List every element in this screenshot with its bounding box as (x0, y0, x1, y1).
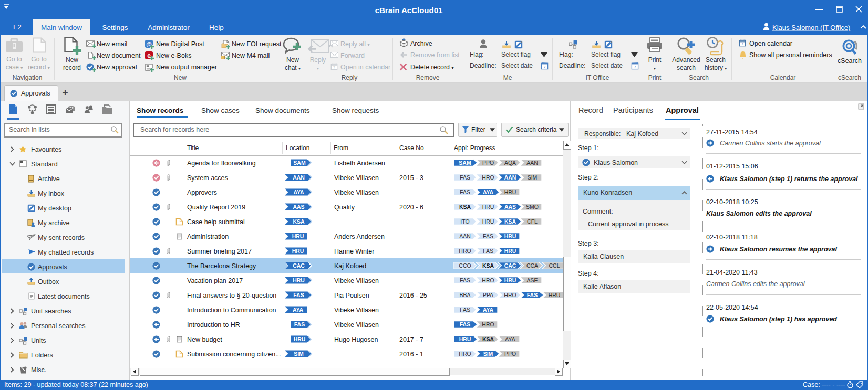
svg-text:CCA: CCA (526, 262, 538, 269)
svg-text:HRU: HRU (482, 218, 494, 225)
svg-text:AQA: AQA (504, 160, 516, 166)
svg-text:SMO: SMO (526, 204, 539, 210)
svg-text:HRU: HRU (294, 336, 306, 342)
svg-text:SAM: SAM (459, 160, 471, 166)
svg-text:HRO: HRO (459, 248, 471, 254)
svg-text:SIM: SIM (294, 351, 304, 357)
svg-text:HRO: HRO (482, 277, 494, 283)
svg-text:FAS: FAS (460, 189, 470, 195)
svg-text:FAS: FAS (460, 277, 470, 283)
svg-text:FAS: FAS (460, 174, 470, 181)
svg-text:HRO: HRO (482, 321, 494, 328)
svg-text:SAM: SAM (293, 160, 306, 166)
svg-text:HRU: HRU (292, 233, 304, 239)
svg-text:CAC: CAC (293, 262, 305, 269)
svg-text:SIM: SIM (483, 351, 493, 357)
svg-text:FAS: FAS (527, 292, 538, 298)
svg-text:PPA: PPA (483, 292, 493, 298)
svg-text:ITO: ITO (460, 218, 469, 225)
svg-text:FAS: FAS (294, 321, 305, 328)
svg-text:FAS: FAS (293, 292, 304, 298)
svg-text:HRU: HRU (504, 277, 516, 283)
svg-text:CCL: CCL (549, 262, 560, 269)
svg-text:PPO: PPO (504, 351, 516, 357)
svg-text:AAN: AAN (293, 174, 305, 181)
svg-text:AAS: AAS (293, 204, 304, 210)
svg-text:SIM: SIM (528, 174, 538, 181)
svg-text:AAN: AAN (459, 233, 471, 239)
svg-text:AYA: AYA (293, 307, 304, 313)
svg-text:PPO: PPO (482, 160, 494, 166)
svg-text:HRU: HRU (549, 292, 561, 298)
svg-text:KSA: KSA (459, 204, 471, 210)
svg-text:AAN: AAN (526, 160, 538, 166)
svg-text:HRU: HRU (504, 248, 516, 254)
svg-text:HRU: HRU (504, 189, 516, 195)
svg-text:AYA: AYA (483, 307, 494, 313)
svg-text:AAN: AAN (504, 174, 516, 181)
svg-text:FAS: FAS (460, 307, 470, 313)
svg-text:HRU: HRU (482, 204, 494, 210)
svg-text:AYA: AYA (505, 336, 515, 342)
svg-text:HRO: HRO (459, 351, 471, 357)
svg-text:HRU: HRU (459, 336, 471, 342)
svg-text:KSA: KSA (504, 218, 516, 225)
svg-text:KSA: KSA (293, 218, 305, 225)
svg-text:CFL: CFL (527, 218, 538, 225)
svg-text:HRU: HRU (504, 233, 516, 239)
svg-text:HRU: HRU (293, 277, 305, 283)
svg-text:CCO: CCO (459, 262, 471, 269)
svg-text:AYA: AYA (293, 189, 304, 195)
svg-text:HRO: HRO (504, 292, 516, 298)
svg-text:HRU: HRU (292, 248, 304, 254)
svg-text:FAS: FAS (483, 248, 493, 254)
svg-text:KSA: KSA (482, 336, 494, 342)
svg-text:BBA: BBA (459, 292, 470, 298)
svg-text:FAS: FAS (483, 233, 493, 239)
svg-text:FAS: FAS (460, 321, 470, 328)
svg-text:KSA: KSA (482, 262, 494, 269)
svg-text:ASE: ASE (526, 277, 538, 283)
svg-text:CAC: CAC (504, 262, 516, 269)
svg-text:HRO: HRO (482, 174, 494, 181)
svg-text:AYA: AYA (483, 189, 494, 195)
svg-text:AAS: AAS (504, 204, 516, 210)
